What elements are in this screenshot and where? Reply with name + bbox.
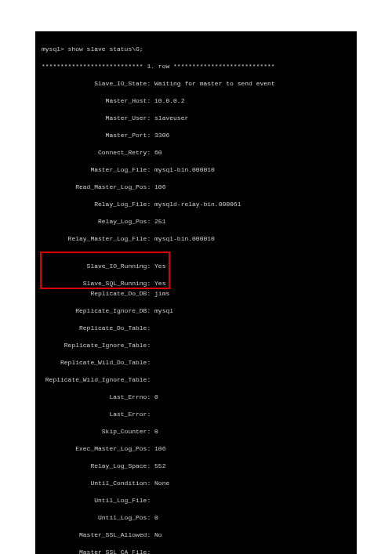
field-read-master-log-pos: Read_Master_Log_Pos: 106 — [42, 183, 350, 191]
field-until-condition: Until_Condition: None — [42, 479, 350, 487]
field-master-user: Master_User: slaveuser — [42, 114, 350, 122]
field-master-ssl-allowed: Master_SSL_Allowed: No — [42, 530, 350, 539]
field-master-host: Master_Host: 10.0.0.2 — [42, 96, 350, 105]
field-last-errno: Last_Errno: 0 — [42, 393, 350, 401]
field-until-log-file: Until_Log_File: — [42, 496, 350, 505]
row-header: *************************** 1. row *****… — [42, 62, 350, 71]
field-replicate-ignore-table: Replicate_Ignore_Table: — [42, 341, 350, 349]
field-relay-log-file: Relay_Log_File: mysqld-relay-bin.000061 — [42, 200, 350, 208]
document-page: mysql> show slave status\G; ************… — [0, 0, 392, 554]
field-relay-master-log-file: Relay_Master_Log_File: mysql-bin.000010 — [42, 234, 350, 243]
field-master-ssl-ca-file: Master_SSL_CA_File: — [42, 548, 350, 554]
field-slave-io-state: Slave_IO_State: Waiting for master to se… — [42, 79, 350, 88]
field-replicate-do-table: Replicate_Do_Table: — [42, 324, 350, 332]
terminal-output: mysql> show slave status\G; ************… — [35, 31, 357, 554]
field-exec-master-log-pos: Exec_Master_Log_Pos: 106 — [42, 444, 350, 453]
field-replicate-do-db: Replicate_Do_DB: jims — [42, 289, 350, 298]
field-slave-sql-running: Slave_SQL_Running: Yes — [42, 279, 165, 288]
cmd-line: mysql> show slave status\G; — [42, 45, 350, 53]
field-last-error: Last_Error: — [42, 410, 350, 418]
field-replicate-ignore-db: Replicate_Ignore_DB: mysql — [42, 306, 350, 315]
field-relay-log-pos: Relay_Log_Pos: 251 — [42, 217, 350, 226]
field-relay-log-space: Relay_Log_Space: 552 — [42, 462, 350, 470]
field-master-port: Master_Port: 3306 — [42, 131, 350, 139]
field-until-log-pos: Until_Log_Pos: 0 — [42, 513, 350, 522]
field-slave-io-running: Slave_IO_Running: Yes — [42, 262, 165, 270]
field-replicate-wild-ignore-table: Replicate_Wild_Ignore_Table: — [42, 375, 350, 384]
highlight-box: Slave_IO_Running: Yes Slave_SQL_Running:… — [40, 252, 170, 289]
field-connect-retry: Connect_Retry: 60 — [42, 148, 350, 157]
field-master-log-file: Master_Log_File: mysql-bin.000010 — [42, 165, 350, 174]
field-skip-counter: Skip_Counter: 0 — [42, 427, 350, 436]
field-replicate-wild-do-table: Replicate_Wild_Do_Table: — [42, 358, 350, 367]
